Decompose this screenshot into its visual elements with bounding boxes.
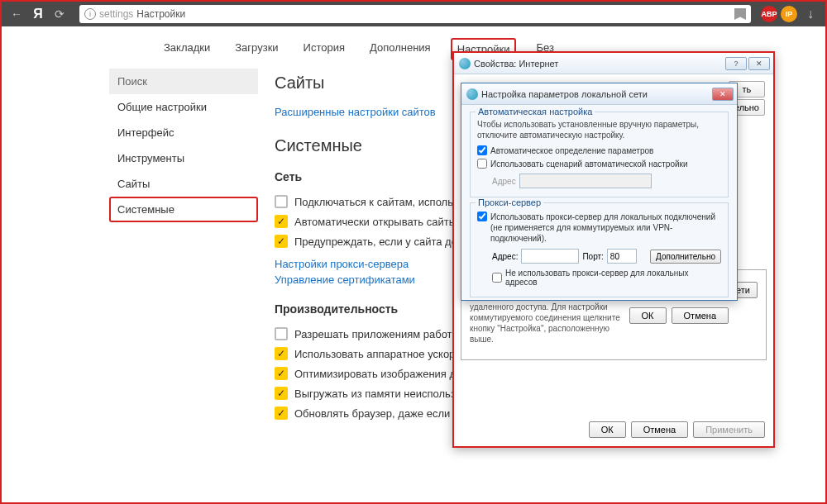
fieldset-legend: Автоматическая настройка <box>476 107 595 116</box>
address-label: Адрес <box>492 177 516 186</box>
proxy-port-input[interactable] <box>607 249 637 264</box>
abp-extension-icon[interactable]: ABP <box>761 6 777 22</box>
tab-bookmarks[interactable]: Закладки <box>159 38 215 60</box>
tab-addons[interactable]: Дополнения <box>365 38 436 60</box>
dialog-body: Автоматическая настройка Чтобы использов… <box>461 105 737 330</box>
fieldset-legend: Прокси-сервер <box>476 197 543 207</box>
check-label: Разрешать приложениям работать <box>294 328 468 340</box>
checkbox-input[interactable] <box>477 145 487 155</box>
yandex-logo[interactable]: Я <box>30 6 46 22</box>
apply-button[interactable]: Применить <box>693 421 765 438</box>
sidebar-item-system[interactable]: Системные <box>109 197 258 222</box>
cancel-button[interactable]: Отмена <box>631 421 688 438</box>
proxy-address-input[interactable] <box>521 249 579 264</box>
dialog-title: Настройка параметров локальной сети <box>481 89 709 99</box>
checkbox-icon: ✓ <box>275 235 288 248</box>
close-button[interactable]: ✕ <box>712 88 734 101</box>
port-label: Порт: <box>582 252 603 261</box>
bookmark-icon[interactable] <box>734 8 746 20</box>
close-button[interactable]: ✕ <box>748 57 770 70</box>
use-proxy-checkbox[interactable]: Использовать прокси-сервер для локальных… <box>477 210 721 245</box>
ok-button[interactable]: ОК <box>629 307 667 324</box>
bypass-local-checkbox[interactable]: Не использовать прокси-сервер для локаль… <box>477 267 721 288</box>
auto-config-fieldset: Автоматическая настройка Чтобы использов… <box>470 112 729 197</box>
check-label: Предупреждать, если у сайта долж <box>294 235 471 248</box>
dialog-title: Свойства: Интернет <box>474 59 722 69</box>
auto-config-text: Чтобы использовать установленные вручную… <box>477 119 721 140</box>
checkbox-icon: ✓ <box>275 347 288 360</box>
checkbox-label: Использовать прокси-сервер для локальных… <box>490 212 721 244</box>
ip-extension-icon[interactable]: IP <box>781 6 797 22</box>
sidebar-item-general[interactable]: Общие настройки <box>109 94 258 120</box>
downloads-icon[interactable]: ↓ <box>801 4 820 24</box>
reload-button[interactable]: ⟳ <box>50 4 69 24</box>
sidebar-item-interface[interactable]: Интерфейс <box>109 120 258 145</box>
check-label: Оптимизировать изображения для <box>294 368 468 380</box>
sidebar-item-sites[interactable]: Сайты <box>109 171 258 197</box>
browser-top-bar: ← Я ⟳ i settings Настройки ABP IP ↓ <box>2 2 825 26</box>
address-prefix: settings <box>99 8 133 20</box>
check-label: Подключаться к сайтам, использую <box>294 196 471 208</box>
checkbox-icon <box>275 195 288 208</box>
cancel-button[interactable]: Отмена <box>672 307 729 324</box>
dialog-titlebar[interactable]: Настройка параметров локальной сети ✕ <box>461 83 737 105</box>
nav-back-button[interactable]: ← <box>7 4 26 24</box>
checkbox-input[interactable] <box>477 159 487 169</box>
tab-history[interactable]: История <box>299 38 350 60</box>
checkbox-icon: ✓ <box>275 387 288 400</box>
address-text: Настройки <box>136 8 185 20</box>
checkbox-icon <box>275 327 288 340</box>
check-label: Автоматически открывать сайты по <box>294 216 471 228</box>
site-info-icon: i <box>84 8 96 20</box>
address-bar[interactable]: i settings Настройки <box>79 5 751 23</box>
checkbox-input[interactable] <box>492 273 502 283</box>
checkbox-icon: ✓ <box>275 407 288 420</box>
script-address-input <box>519 174 652 188</box>
advanced-button[interactable]: Дополнительно <box>650 250 721 264</box>
sidebar-item-tools[interactable]: Инструменты <box>109 145 258 171</box>
lan-settings-dialog: Настройка параметров локальной сети ✕ Ав… <box>461 83 738 301</box>
checkbox-icon: ✓ <box>275 215 288 228</box>
globe-icon <box>466 88 478 100</box>
address-label: Адрес: <box>492 252 518 261</box>
checkbox-icon: ✓ <box>275 367 288 380</box>
auto-detect-checkbox[interactable]: Автоматическое определение параметров <box>477 144 721 157</box>
ok-button[interactable]: ОК <box>589 421 626 438</box>
settings-sidebar: Поиск Общие настройки Интерфейс Инструме… <box>109 69 258 423</box>
dialog-titlebar[interactable]: Свойства: Интернет ? ✕ <box>454 53 773 74</box>
use-script-checkbox[interactable]: Использовать сценарий автоматической нас… <box>477 157 721 170</box>
script-address-row: Адрес <box>477 174 721 188</box>
help-button[interactable]: ? <box>725 57 747 70</box>
globe-icon <box>459 58 471 69</box>
check-label: Использовать аппаратное ускорен <box>294 348 467 360</box>
checkbox-input[interactable] <box>477 212 487 221</box>
checkbox-label: Использовать сценарий автоматической нас… <box>490 159 688 169</box>
sidebar-search-heading[interactable]: Поиск <box>109 69 258 94</box>
checkbox-label: Автоматическое определение параметров <box>490 146 653 155</box>
checkbox-label: Не использовать прокси-сервер для локаль… <box>505 269 721 287</box>
proxy-address-row: Адрес: Порт: Дополнительно <box>477 249 721 264</box>
tab-downloads[interactable]: Загрузки <box>230 38 283 60</box>
proxy-fieldset: Прокси-сервер Использовать прокси-сервер… <box>470 202 729 297</box>
